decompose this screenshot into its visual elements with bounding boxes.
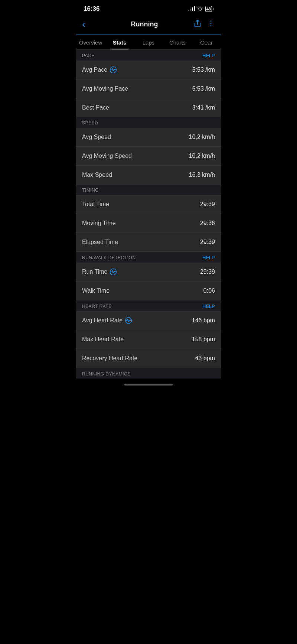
total-time-value: 29:39 bbox=[200, 201, 215, 208]
pace-section-header: PACE HELP bbox=[76, 50, 221, 61]
speed-section-title: SPEED bbox=[82, 120, 98, 126]
garmin-heart-icon bbox=[125, 317, 132, 324]
avg-heart-rate-value: 146 bpm bbox=[192, 317, 215, 324]
tab-laps[interactable]: Laps bbox=[134, 35, 163, 49]
max-speed-label: Max Speed bbox=[82, 172, 112, 178]
svg-point-3 bbox=[210, 25, 212, 26]
runwalk-section-header: RUN/WALK DETECTION HELP bbox=[76, 252, 221, 263]
header: ‹ Running bbox=[76, 16, 221, 35]
header-actions bbox=[193, 19, 215, 30]
moving-time-value: 29:36 bbox=[200, 220, 215, 227]
max-heart-rate-label: Max Heart Rate bbox=[82, 336, 124, 343]
stats-content: PACE HELP Avg Pace 5:53 /km Avg Moving P… bbox=[76, 50, 221, 378]
best-pace-label: Best Pace bbox=[82, 104, 109, 111]
recovery-heart-rate-label: Recovery Heart Rate bbox=[82, 355, 137, 362]
moving-time-label: Moving Time bbox=[82, 220, 116, 227]
back-button[interactable]: ‹ bbox=[82, 19, 95, 30]
max-speed-row: Max Speed 16,3 km/h bbox=[76, 166, 221, 185]
run-time-row: Run Time 29:39 bbox=[76, 263, 221, 282]
best-pace-value: 3:41 /km bbox=[192, 104, 215, 111]
max-speed-value: 16,3 km/h bbox=[189, 172, 215, 178]
walk-time-label: Walk Time bbox=[82, 287, 110, 294]
avg-moving-speed-value: 10,2 km/h bbox=[189, 153, 215, 159]
pace-section-title: PACE bbox=[82, 53, 95, 58]
running-dynamics-title: RUNNING DYNAMICS bbox=[82, 371, 131, 377]
status-time: 16:36 bbox=[84, 5, 99, 13]
tab-gear[interactable]: Gear bbox=[192, 35, 221, 49]
pace-help-button[interactable]: HELP bbox=[202, 53, 215, 58]
avg-moving-pace-row: Avg Moving Pace 5:53 /km bbox=[76, 79, 221, 98]
speed-section-header: SPEED bbox=[76, 117, 221, 128]
tab-bar: Overview Stats Laps Charts Gear bbox=[76, 35, 221, 50]
avg-speed-label: Avg Speed bbox=[82, 134, 111, 140]
elapsed-time-value: 29:39 bbox=[200, 239, 215, 245]
timing-section-header: TIMING bbox=[76, 185, 221, 195]
elapsed-time-label: Elapsed Time bbox=[82, 239, 118, 245]
avg-speed-row: Avg Speed 10,2 km/h bbox=[76, 128, 221, 147]
garmin-icon bbox=[110, 66, 117, 73]
run-time-value: 29:39 bbox=[200, 269, 215, 275]
signal-bars-icon bbox=[188, 7, 195, 11]
runwalk-help-button[interactable]: HELP bbox=[202, 255, 215, 260]
avg-heart-rate-label: Avg Heart Rate bbox=[82, 317, 132, 324]
tab-charts[interactable]: Charts bbox=[163, 35, 192, 49]
tab-overview[interactable]: Overview bbox=[76, 35, 105, 49]
heartrate-help-button[interactable]: HELP bbox=[202, 303, 215, 309]
garmin-run-icon bbox=[110, 269, 117, 275]
share-button[interactable] bbox=[193, 19, 202, 29]
walk-time-value: 0:06 bbox=[203, 287, 215, 294]
home-indicator bbox=[124, 384, 173, 386]
max-heart-rate-row: Max Heart Rate 158 bpm bbox=[76, 330, 221, 349]
home-indicator-bar bbox=[76, 380, 221, 389]
elapsed-time-row: Elapsed Time 29:39 bbox=[76, 233, 221, 252]
avg-pace-value: 5:53 /km bbox=[192, 66, 215, 73]
running-dynamics-partial: RUNNING DYNAMICS bbox=[76, 368, 221, 378]
status-bar: 16:36 48 bbox=[76, 0, 221, 16]
heartrate-section-title: HEART RATE bbox=[82, 304, 112, 309]
page-title: Running bbox=[131, 20, 158, 28]
avg-moving-speed-label: Avg Moving Speed bbox=[82, 153, 132, 159]
avg-moving-speed-row: Avg Moving Speed 10,2 km/h bbox=[76, 147, 221, 166]
svg-point-1 bbox=[210, 20, 212, 22]
avg-pace-row: Avg Pace 5:53 /km bbox=[76, 61, 221, 79]
walk-time-row: Walk Time 0:06 bbox=[76, 282, 221, 300]
wifi-icon bbox=[197, 6, 203, 12]
moving-time-row: Moving Time 29:36 bbox=[76, 214, 221, 233]
total-time-label: Total Time bbox=[82, 201, 109, 208]
heartrate-section-header: HEART RATE HELP bbox=[76, 300, 221, 311]
avg-pace-label: Avg Pace bbox=[82, 66, 117, 73]
total-time-row: Total Time 29:39 bbox=[76, 195, 221, 214]
avg-moving-pace-value: 5:53 /km bbox=[192, 85, 215, 92]
battery-icon: 48 bbox=[205, 6, 213, 12]
more-options-button[interactable] bbox=[207, 19, 215, 30]
best-pace-row: Best Pace 3:41 /km bbox=[76, 98, 221, 117]
avg-moving-pace-label: Avg Moving Pace bbox=[82, 85, 128, 92]
runwalk-section-title: RUN/WALK DETECTION bbox=[82, 255, 136, 260]
run-time-label: Run Time bbox=[82, 269, 117, 275]
avg-heart-rate-row: Avg Heart Rate 146 bpm bbox=[76, 311, 221, 330]
max-heart-rate-value: 158 bpm bbox=[192, 336, 215, 343]
recovery-heart-rate-row: Recovery Heart Rate 43 bpm bbox=[76, 349, 221, 368]
timing-section-title: TIMING bbox=[82, 188, 99, 193]
tab-stats[interactable]: Stats bbox=[105, 35, 134, 49]
svg-point-2 bbox=[210, 23, 212, 24]
recovery-heart-rate-value: 43 bpm bbox=[195, 355, 215, 362]
avg-speed-value: 10,2 km/h bbox=[189, 134, 215, 140]
status-icons: 48 bbox=[188, 6, 213, 12]
